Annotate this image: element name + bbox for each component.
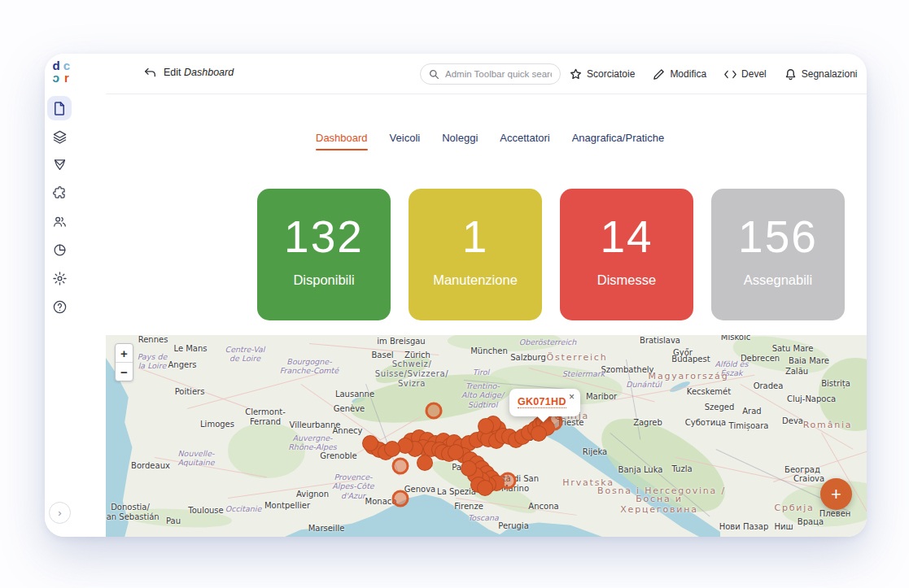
map-label: Bordeaux [131, 461, 170, 471]
tab-anagrafica-pratiche[interactable]: Anagrafica/Pratiche [572, 132, 664, 150]
tab-noleggi[interactable]: Noleggi [442, 132, 478, 150]
map-label: Alföld és Észak [715, 359, 749, 378]
search-input[interactable] [445, 69, 552, 79]
vehicle-marker[interactable] [531, 425, 547, 442]
logo-letter: r [61, 72, 72, 84]
map-label: Bourgogne- Franche-Comté [280, 357, 339, 376]
map-label: Rennes [138, 335, 168, 345]
map-label: Београд [784, 465, 820, 475]
edit-button[interactable]: Modifica [653, 68, 706, 81]
map-label: Avignon [296, 490, 329, 499]
pencil-icon [653, 68, 665, 81]
map-label: Oradea [754, 381, 784, 391]
vehicle-plate-link[interactable]: GK071HD [518, 396, 566, 408]
star-icon [570, 68, 582, 81]
puzzle-icon [52, 185, 68, 201]
map-label: Österreich [547, 352, 608, 363]
map-label: Szeged [705, 403, 735, 412]
vehicle-cluster-marker[interactable] [500, 473, 517, 490]
page: dc ɔr [0, 0, 909, 588]
sidebar-item-settings[interactable] [47, 266, 72, 290]
shortcuts-button[interactable]: Scorciatoie [570, 68, 635, 81]
popup-close-icon[interactable]: × [567, 390, 576, 404]
vehicle-marker[interactable] [448, 444, 464, 460]
sidebar-item-tag[interactable] [47, 152, 72, 176]
app-logo[interactable]: dc ɔr [50, 59, 76, 89]
stat-label: Manutenzione [433, 272, 518, 288]
tag-icon [52, 157, 68, 172]
map-label: Bratislava [640, 336, 680, 346]
stat-card-assegnabili: 156 Assegnabili [711, 189, 845, 320]
map-label: Kecskemét [687, 387, 731, 397]
map-terrain [448, 335, 562, 351]
zoom-out-button[interactable]: − [116, 363, 133, 381]
map-terrain [730, 335, 832, 379]
layers-icon [52, 129, 68, 145]
vehicle-marker[interactable] [461, 460, 477, 477]
map-label: Genova [404, 485, 435, 494]
map-label: Angers [168, 360, 197, 370]
admin-search [420, 63, 561, 85]
notifications-button[interactable]: Segnalazioni [784, 68, 858, 81]
stat-value: 132 [284, 215, 364, 259]
tab-accettatori[interactable]: Accettatori [500, 132, 549, 150]
vehicle-marker[interactable] [417, 455, 433, 471]
vehicle-marker[interactable] [478, 418, 494, 434]
page-title: Edit Dashboard [164, 67, 234, 78]
sidebar-item-document[interactable] [47, 96, 72, 120]
map-terrain [126, 507, 233, 530]
sidebar-item-layers[interactable] [47, 124, 72, 149]
map-road [773, 446, 867, 482]
map-road [138, 368, 253, 410]
tab-veicoli[interactable]: Veicoli [390, 132, 421, 150]
map-road [309, 343, 439, 355]
search-icon [429, 69, 439, 80]
stat-value: 156 [738, 215, 818, 259]
stat-label: Dismesse [597, 272, 656, 288]
sidebar: dc ɔr [45, 54, 81, 537]
pie-chart-icon [52, 242, 68, 258]
dashboard-tabs: Dashboard Veicoli Noleggi Accettatori An… [316, 132, 664, 150]
stat-label: Assegnabili [744, 272, 812, 288]
top-toolbar: Edit Dashboard Scorciatoie Modifica Deve… [81, 54, 867, 94]
map-label: Provence- Alpes-Côte d'Azur [332, 473, 374, 500]
gear-icon [52, 271, 68, 286]
map-terrain [819, 358, 867, 431]
vehicle-marker[interactable] [384, 441, 400, 457]
logo-letter: d [50, 59, 61, 72]
stat-card-manutenzione: 1 Manutenzione [409, 189, 542, 320]
vehicle-cluster-marker[interactable] [392, 458, 409, 475]
map-zoom-control: + − [115, 343, 133, 381]
sidebar-expand-button[interactable]: › [49, 502, 71, 524]
sidebar-item-reports[interactable] [47, 237, 72, 262]
map-label: Нови Пазар [719, 522, 769, 532]
map-label: Salzburg [510, 353, 545, 363]
add-button[interactable]: + [820, 478, 852, 510]
map-label: Le Mans [173, 344, 207, 354]
vehicle-marker[interactable] [362, 435, 378, 451]
map-label: Occitanie [225, 504, 262, 513]
vehicle-popup: GK071HD × [509, 389, 580, 416]
map-label: Centre-Val de Loire [225, 345, 265, 364]
document-icon [52, 101, 68, 116]
vehicle-cluster-marker[interactable] [392, 490, 409, 507]
users-icon [52, 214, 68, 229]
map-label: Hrvatska [562, 477, 614, 488]
devel-button[interactable]: Devel [724, 68, 767, 81]
sidebar-item-modules[interactable] [47, 181, 72, 205]
back-arrow-icon[interactable] [144, 68, 156, 78]
map-label: Basel [371, 351, 393, 360]
vehicle-cluster-marker[interactable] [426, 403, 443, 420]
tab-dashboard[interactable]: Dashboard [316, 132, 368, 150]
stat-value: 14 [600, 215, 653, 259]
map-label: Villeurbanne [290, 420, 341, 430]
zoom-in-button[interactable]: + [116, 344, 133, 363]
sidebar-item-users[interactable] [47, 209, 72, 233]
sidebar-item-help[interactable] [47, 294, 72, 319]
map-label: Limoges [200, 420, 234, 429]
map-label: Pays de la Loire [138, 352, 168, 371]
vehicle-marker[interactable] [477, 480, 493, 496]
vehicles-map[interactable]: RennesLe MansAngersPoitiersLimogesClermo… [106, 335, 867, 537]
map-label: Timișoara [729, 421, 769, 431]
map-label: Montpellier [264, 501, 310, 511]
